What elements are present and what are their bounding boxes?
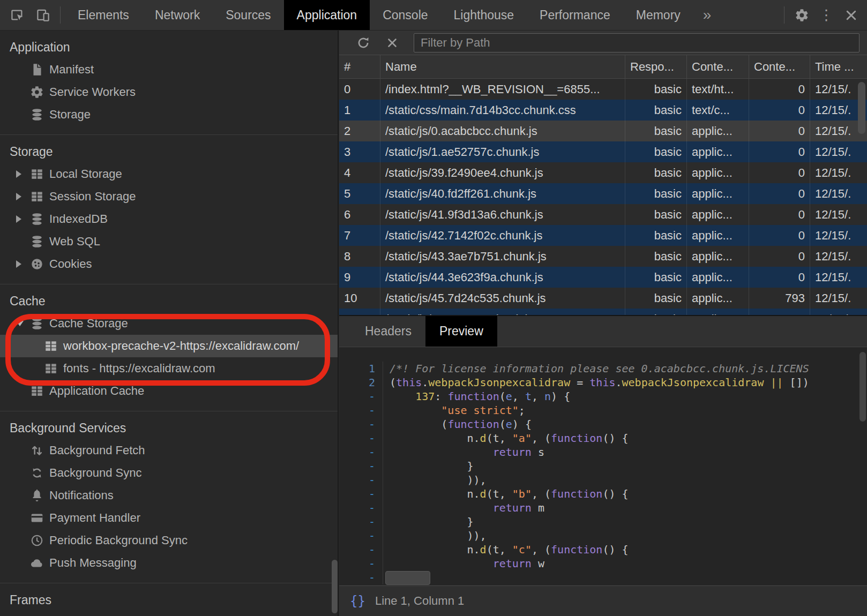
sidebar-item-fonts-https-excalidraw-com[interactable]: fonts - https://excalidraw.com [0,357,338,380]
column-header[interactable]: Conte... [749,55,810,78]
line-number: - [339,529,383,543]
table-row[interactable]: 3/static/js/1.ae52757c.chunk.jsbasicappl… [339,141,867,162]
tab-memory[interactable]: Memory [623,0,693,30]
sidebar-item-storage[interactable]: Storage [0,103,338,126]
table-scrollbar[interactable] [858,82,865,134]
table-row[interactable]: 0/index.html?__WB_REVISION__=6855...basi… [339,79,867,100]
device-toolbar-icon[interactable] [30,0,56,30]
code-line[interactable]: - )), [339,473,867,487]
code-line[interactable]: - 137: function(e, t, n) { [339,389,867,403]
sidebar-item-application-cache[interactable]: Application Cache [0,380,338,402]
inspect-icon[interactable] [4,0,30,30]
table-row[interactable]: 6/static/js/41.9f3d13a6.chunk.jsbasicapp… [339,204,867,225]
code-line[interactable]: - n.d(t, "a", (function() { [339,431,867,445]
sidebar-item-periodic-background-sync[interactable]: Periodic Background Sync [0,529,338,552]
cell-clen: 793 [749,288,810,309]
cell-n: 3 [339,141,380,162]
tab-performance[interactable]: Performance [527,0,623,30]
menu-icon[interactable]: ⋮ [814,0,838,30]
card-icon [30,511,44,525]
code-line[interactable]: - return s [339,445,867,459]
chevron-right-icon[interactable] [16,215,30,223]
cell-n: 9 [339,267,380,288]
code-line[interactable]: - (function(e) { [339,417,867,431]
sidebar-item-label: Cache Storage [49,317,128,330]
tab-elements[interactable]: Elements [65,0,142,30]
preview-tab-preview[interactable]: Preview [425,316,497,347]
code-vertical-scrollbar[interactable] [859,352,866,422]
refresh-icon[interactable] [355,35,371,51]
sidebar-item-cookies[interactable]: Cookies [0,253,338,275]
sidebar-item-background-sync[interactable]: Background Sync [0,462,338,484]
preview-tab-headers[interactable]: Headers [351,316,425,347]
sidebar-item-cache-storage[interactable]: Cache Storage [0,312,338,335]
tab-network[interactable]: Network [142,0,213,30]
code-line[interactable]: 1/*! For license information please see … [339,362,867,375]
column-header[interactable]: Conte... [687,55,749,78]
tab-lighthouse[interactable]: Lighthouse [441,0,527,30]
code-line[interactable]: - return m [339,501,867,515]
sidebar-item-workbox-precache-v2-https-excalidraw-com[interactable]: workbox-precache-v2-https://excalidraw.c… [0,335,338,357]
clear-icon[interactable] [384,35,400,51]
code-text: n.d(t, "b", (function() { [383,487,629,501]
filter-by-path-input[interactable] [414,33,859,52]
column-header[interactable]: Time ... [810,55,867,78]
table-row[interactable]: 10/static/js/45.7d24c535.chunk.jsbasicap… [339,288,867,309]
chevron-right-icon[interactable] [16,193,30,200]
table-row[interactable]: 4/static/js/39.f2490ee4.chunk.jsbasicapp… [339,162,867,183]
section-header: Application [0,31,338,58]
format-braces-icon[interactable]: {} [350,594,365,609]
sidebar-item-session-storage[interactable]: Session Storage [0,185,338,208]
sidebar-item-manifest[interactable]: Manifest [0,58,338,81]
chevron-down-icon[interactable] [16,321,30,326]
code-line[interactable]: - n.d(t, "b", (function() { [339,487,867,501]
table-row[interactable]: 9/static/js/44.3e623f9a.chunk.jsbasicapp… [339,267,867,288]
tab-application[interactable]: Application [284,0,370,30]
sidebar-scrollbar[interactable] [332,560,338,613]
code-preview: 1/*! For license information please see … [339,348,867,585]
tab-console[interactable]: Console [370,0,440,30]
grid-icon [30,384,44,398]
sidebar-item-local-storage[interactable]: Local Storage [0,163,338,185]
cell-resp: basic [625,100,687,121]
line-number: - [339,515,383,529]
table-row[interactable]: 11/static/js/46.3e9e23.chunk.jsbasicappl… [339,309,867,315]
column-header[interactable]: # [339,55,380,78]
sidebar-item-web-sql[interactable]: Web SQL [0,230,338,253]
sidebar-item-label: Session Storage [49,190,136,204]
cell-ctype: applic... [687,204,749,225]
sidebar-item-indexeddb[interactable]: IndexedDB [0,208,338,230]
code-line[interactable]: - "use strict"; [339,403,867,417]
sidebar-item-service-workers[interactable]: Service Workers [0,81,338,103]
table-row[interactable]: 7/static/js/42.7142f02c.chunk.jsbasicapp… [339,225,867,246]
code-text: /*! For license information please see 0… [383,362,809,375]
toolbar-separator [784,6,784,24]
sidebar-item-background-fetch[interactable]: Background Fetch [0,439,338,462]
chevron-right-icon[interactable] [16,260,30,268]
chevron-right-icon[interactable] [16,170,30,178]
table-row[interactable]: 8/static/js/43.3ae7b751.chunk.jsbasicapp… [339,246,867,267]
sidebar-item-push-messaging[interactable]: Push Messaging [0,552,338,574]
sidebar-item-payment-handler[interactable]: Payment Handler [0,507,338,529]
table-row[interactable]: 1/static/css/main.7d14b3cc.chunk.cssbasi… [339,100,867,121]
more-tabs-icon[interactable]: » [693,0,721,30]
table-row[interactable]: 2/static/js/0.acabcbcc.chunk.jsbasicappl… [339,121,867,141]
settings-icon[interactable] [789,0,814,30]
code-line[interactable]: - n.d(t, "c", (function() { [339,543,867,557]
tab-sources[interactable]: Sources [213,0,283,30]
column-header[interactable]: Respo... [625,55,687,78]
column-header[interactable]: Name [380,55,625,78]
code-line[interactable]: - } [339,515,867,529]
cell-ctype: applic... [687,121,749,141]
code-horizontal-scrollbar[interactable] [385,571,430,585]
close-icon[interactable] [838,0,864,30]
table-row[interactable]: 5/static/js/40.fd2ff261.chunk.jsbasicapp… [339,183,867,204]
code-line[interactable]: 2(this.webpackJsonpexcalidraw = this.web… [339,375,867,389]
code-line[interactable]: - } [339,459,867,473]
cell-resp: basic [625,162,687,183]
sidebar-item-notifications[interactable]: Notifications [0,484,338,507]
cell-name: /static/js/42.7142f02c.chunk.js [380,225,625,246]
cell-n: 1 [339,100,380,121]
code-line[interactable]: - return w [339,557,867,570]
code-line[interactable]: - )), [339,529,867,543]
